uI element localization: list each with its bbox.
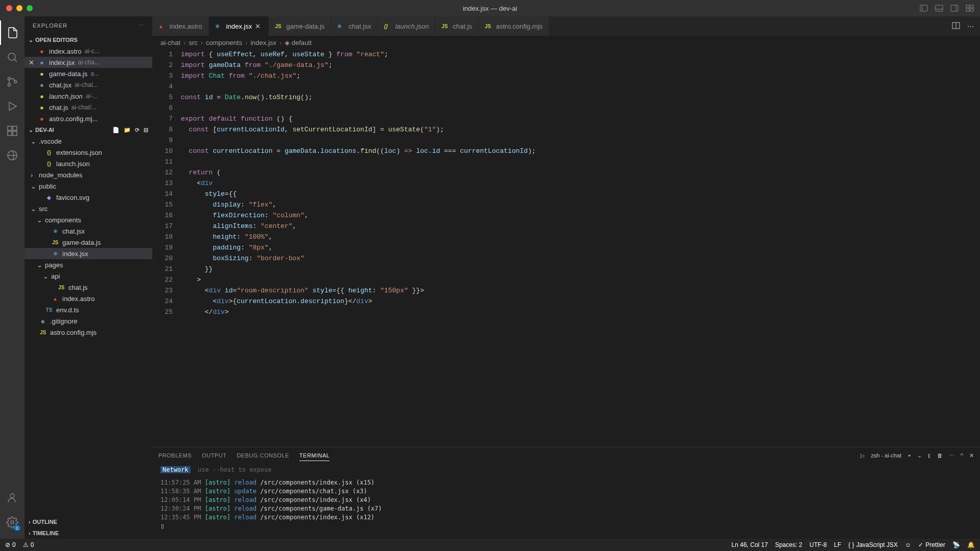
svg-rect-7 (970, 5, 973, 8)
panel-tab-problems[interactable]: PROBLEMS (158, 450, 192, 461)
status-spaces[interactable]: Spaces: 2 (775, 541, 802, 548)
breadcrumb-segment[interactable]: index.jsx (250, 39, 276, 47)
close-window-button[interactable] (6, 5, 12, 11)
customize-layout-icon[interactable] (966, 4, 974, 12)
file-item[interactable]: TSenv.d.ts (25, 304, 152, 315)
new-file-icon[interactable]: 📄 (112, 127, 120, 133)
code-editor[interactable]: 1234567891011121314151617181920212223242… (152, 49, 980, 447)
editor-tab[interactable]: ⚛index.jsx✕ (209, 16, 269, 36)
breadcrumb[interactable]: ai-chat›src›components›index.jsx›◈ defau… (152, 36, 980, 49)
terminal-dropdown-icon[interactable]: ⌄ (917, 452, 922, 459)
terminal-profile-icon[interactable]: ▷ (860, 452, 865, 459)
toggle-secondary-sidebar-icon[interactable] (950, 4, 959, 12)
code-content[interactable]: import { useEffect, useRef, useState } f… (181, 49, 980, 447)
open-editor-item[interactable]: ✕●index.astroai-c... (25, 45, 152, 57)
collapse-icon[interactable]: ⊟ (144, 127, 148, 133)
outline-section[interactable]: › OUTLINE (25, 516, 152, 527)
folder-item[interactable]: ⌄public (25, 180, 152, 192)
file-item[interactable]: ▲index.astro (25, 293, 152, 304)
status-line-col[interactable]: Ln 46, Col 17 (732, 541, 768, 548)
sidebar-more-icon[interactable]: ⋯ (138, 22, 144, 29)
file-item[interactable]: ⚛index.jsx (25, 248, 152, 259)
panel-tab-output[interactable]: OUTPUT (202, 450, 226, 461)
split-terminal-icon[interactable]: ⫿ (928, 452, 931, 458)
open-editor-item[interactable]: ✕●chat.jsai-chat/... (25, 102, 152, 113)
open-editor-item[interactable]: ✕●index.jsxai-cha... (25, 57, 152, 68)
folder-item[interactable]: ›node_modules (25, 169, 152, 180)
terminal-output[interactable]: Network use --host to expose 11:57:25 AM… (152, 464, 980, 539)
close-editor-icon[interactable]: ✕ (29, 59, 37, 66)
close-tab-icon[interactable]: ✕ (255, 22, 262, 30)
tab-bar: ▲index.astro⚛index.jsx✕JSgame-data.js⚛ch… (152, 16, 980, 36)
run-debug-activity[interactable] (0, 94, 25, 119)
file-item[interactable]: {}launch.json (25, 158, 152, 169)
file-name: astro.config.mj... (49, 115, 98, 123)
svg-point-22 (11, 521, 14, 524)
file-item[interactable]: {}extensions.json (25, 147, 152, 158)
folder-item[interactable]: ⌄api (25, 270, 152, 282)
settings-activity[interactable]: 1 (0, 510, 25, 535)
panel-more-icon[interactable]: ⋯ (949, 452, 954, 459)
open-editor-item[interactable]: ✕●astro.config.mj... (25, 113, 152, 124)
open-editor-item[interactable]: ✕●launch.jsonai-... (25, 90, 152, 102)
toggle-panel-icon[interactable] (935, 4, 943, 12)
status-live-icon[interactable]: 📡 (952, 541, 960, 548)
folder-item[interactable]: ⌄.vscode (25, 135, 152, 147)
toggle-primary-sidebar-icon[interactable] (920, 4, 928, 12)
explorer-activity[interactable] (0, 20, 25, 45)
status-lang[interactable]: { } JavaScript JSX (848, 541, 898, 548)
file-item[interactable]: JSchat.js (25, 282, 152, 293)
panel-tab-debug-console[interactable]: DEBUG CONSOLE (237, 450, 289, 461)
search-activity[interactable] (0, 45, 25, 70)
file-item[interactable]: JSgame-data.js (25, 237, 152, 248)
folder-item[interactable]: ⌄pages (25, 259, 152, 270)
breadcrumb-segment[interactable]: components (206, 39, 242, 47)
accounts-activity[interactable] (0, 486, 25, 510)
item-name: env.d.ts (56, 306, 79, 314)
project-section[interactable]: ⌄ DEV-AI 📄 📁 ⟳ ⊟ (25, 124, 152, 135)
file-item[interactable]: ◆.gitignore (25, 315, 152, 327)
file-item[interactable]: JSastro.config.mjs (25, 327, 152, 338)
status-bell-icon[interactable]: 🔔 (967, 541, 975, 548)
folder-item[interactable]: ⌄src (25, 203, 152, 214)
status-feedback-icon[interactable]: ☺ (905, 541, 911, 548)
svg-point-21 (10, 494, 14, 498)
kill-terminal-icon[interactable]: 🗑 (937, 452, 943, 458)
split-editor-icon[interactable] (952, 21, 960, 31)
maximize-panel-icon[interactable]: ^ (961, 452, 963, 458)
new-folder-icon[interactable]: 📁 (124, 127, 131, 133)
maximize-window-button[interactable] (27, 5, 33, 11)
status-encoding[interactable]: UTF-8 (809, 541, 827, 548)
new-terminal-icon[interactable]: + (907, 452, 911, 458)
file-item[interactable]: ⚛chat.jsx (25, 225, 152, 237)
status-eol[interactable]: LF (834, 541, 841, 548)
terminal-shell-label[interactable]: zsh - ai-chat (871, 452, 901, 458)
more-actions-icon[interactable]: ⋯ (967, 22, 974, 30)
editor-tab[interactable]: ▲index.astro (152, 16, 209, 36)
file-item[interactable]: ◆favicon.svg (25, 192, 152, 203)
editor-tab[interactable]: ⚛chat.jsx (331, 16, 378, 36)
folder-item[interactable]: ⌄components (25, 214, 152, 225)
breadcrumb-segment[interactable]: ◈ default (285, 39, 312, 47)
minimize-window-button[interactable] (16, 5, 22, 11)
status-errors[interactable]: ⊘ 0 (5, 541, 16, 548)
editor-tab[interactable]: JSgame-data.js (269, 16, 331, 36)
close-panel-icon[interactable]: ✕ (969, 452, 974, 459)
editor-tab[interactable]: {}launch.json (378, 16, 435, 36)
editor-tab[interactable]: JSchat.js (435, 16, 479, 36)
extensions-activity[interactable] (0, 119, 25, 143)
edge-tools-activity[interactable] (0, 143, 25, 168)
source-control-activity[interactable] (0, 70, 25, 94)
open-editor-item[interactable]: ✕●game-data.jsa... (25, 68, 152, 79)
refresh-icon[interactable]: ⟳ (135, 127, 139, 133)
open-editor-item[interactable]: ✕●chat.jsxai-chat... (25, 79, 152, 90)
breadcrumb-segment[interactable]: src (189, 39, 197, 47)
file-icon: JS (485, 24, 493, 29)
open-editors-section[interactable]: ⌄ OPEN EDITORS (25, 34, 152, 45)
status-prettier[interactable]: ✓ Prettier (918, 541, 945, 548)
editor-tab[interactable]: JSastro.config.mjs (479, 16, 549, 36)
timeline-section[interactable]: › TIMELINE (25, 527, 152, 539)
breadcrumb-segment[interactable]: ai-chat (160, 39, 180, 47)
panel-tab-terminal[interactable]: TERMINAL (299, 450, 330, 461)
status-warnings[interactable]: ⚠ 0 (23, 541, 34, 548)
